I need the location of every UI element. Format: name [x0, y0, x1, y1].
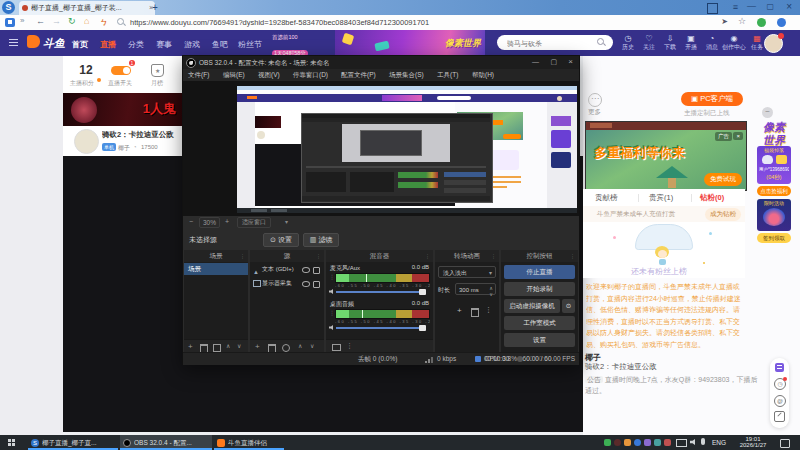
start-button[interactable]	[8, 439, 16, 447]
monthly-rank-label[interactable]: 月榜	[151, 79, 163, 88]
tab-vip[interactable]: 贵宾(1)	[649, 193, 673, 203]
favorite-icon[interactable]: ☆	[738, 16, 746, 26]
menu-scene-collection[interactable]: 场景集合(S)	[389, 71, 424, 80]
mixer-settings-icon[interactable]	[332, 344, 341, 351]
menu-docks[interactable]: 停靠窗口(D)	[293, 71, 328, 80]
transition-select[interactable]: 淡入淡出 ▾	[438, 266, 496, 278]
visibility-icon[interactable]	[302, 281, 310, 287]
taskbar-app-douyu-companion[interactable]: 斗鱼直播伴侣	[214, 435, 284, 450]
sogou-shortcut-icon[interactable]: ㄅ	[100, 17, 108, 28]
event-countdown-badge[interactable]: 首选前100 1天04时58分	[272, 34, 306, 52]
scene-item[interactable]: 场景	[184, 263, 248, 275]
layout-mode-icon[interactable]	[775, 363, 784, 372]
feedback-edit-icon[interactable]	[774, 411, 785, 422]
tab-diamond-fans[interactable]: 钻粉(0)	[700, 193, 724, 203]
tray-icon-6[interactable]	[654, 439, 661, 446]
tray-icon-1[interactable]	[604, 439, 611, 446]
refresh-icon[interactable]: ↻	[68, 16, 76, 26]
tab-contribution[interactable]: 贡献榜	[595, 193, 618, 203]
lock-icon[interactable]	[313, 267, 320, 274]
tray-icon-7[interactable]	[664, 439, 671, 446]
nav-fan-festival[interactable]: 粉丝节	[238, 39, 262, 50]
studio-mode-button[interactable]: 工作室模式	[504, 316, 575, 330]
source-add-icon[interactable]: +	[255, 342, 260, 351]
visibility-icon[interactable]	[302, 267, 310, 273]
source-settings-button[interactable]: ⊙ 设置	[263, 233, 299, 247]
menu-help[interactable]: 帮助(H)	[472, 71, 494, 80]
hamburger-icon[interactable]	[9, 39, 18, 46]
sogou-logo-icon[interactable]: S	[2, 1, 15, 14]
tray-icon-3[interactable]	[624, 439, 631, 446]
tray-icon-4[interactable]	[634, 439, 641, 446]
speaker-icon[interactable]	[329, 289, 333, 294]
language-indicator[interactable]: ENG	[712, 439, 726, 446]
pc-client-button[interactable]: ▣ PC客户端	[681, 92, 743, 106]
taskbar-app-obs[interactable]: OBS 32.0.4 - 配置...	[120, 435, 212, 450]
source-filters-button[interactable]: ▥ 滤镜	[303, 233, 339, 247]
header-action-history[interactable]: ◷历史	[617, 34, 639, 52]
signin-button[interactable]: 签到领取	[757, 233, 791, 243]
monitor-tray-icon[interactable]	[676, 439, 687, 447]
window-maximize-button[interactable]: ▢	[766, 2, 774, 11]
transition-add-icon[interactable]: +	[457, 306, 462, 315]
pixel-world-logo[interactable]: 像素 世界	[756, 120, 792, 146]
mic-tray-icon[interactable]	[701, 438, 705, 445]
back-icon[interactable]: ←	[36, 16, 45, 26]
header-action-creator-center[interactable]: ◉创作中心	[720, 34, 748, 52]
menu-tools[interactable]: 工具(T)	[437, 71, 458, 80]
lucky-drop-card[interactable]: 福袋掉落 用户*13968690... (04秒)	[757, 146, 791, 184]
monthly-rank-icon[interactable]: ★	[151, 64, 164, 77]
lock-icon[interactable]	[313, 281, 320, 288]
header-action-download[interactable]: ⇩下载	[659, 34, 681, 52]
window-minimize-button[interactable]: —	[747, 1, 756, 11]
duration-spinner[interactable]: 300 ms ∧ ∨	[455, 283, 496, 295]
forward-icon[interactable]: →	[52, 16, 61, 26]
preview-canvas[interactable]	[237, 86, 577, 213]
nav-live[interactable]: 直播	[100, 39, 116, 50]
menu-file[interactable]: 文件(F)	[188, 71, 209, 80]
obs-settings-button[interactable]: 设置	[504, 333, 575, 347]
nav-esports[interactable]: 赛事	[156, 39, 172, 50]
url-field[interactable]: https://www.douyu.com/7669491?dyshid=192…	[130, 18, 690, 27]
virtual-camera-button[interactable]: 启动虚拟摄像机	[504, 299, 560, 313]
more-label[interactable]: 更多	[588, 108, 601, 117]
promo-banner[interactable]: 1人鬼	[63, 93, 182, 126]
header-banner[interactable]: 像素世界	[335, 30, 485, 56]
scene-down-icon[interactable]: ∨	[237, 342, 241, 349]
volume-tray-icon[interactable]	[690, 439, 695, 445]
obs-minimize-button[interactable]: —	[532, 58, 539, 65]
header-action-follow[interactable]: ♡关注	[638, 34, 660, 52]
menu-profile[interactable]: 配置文件(P)	[341, 71, 376, 80]
mixer-more-icon[interactable]: ⋮	[346, 342, 353, 350]
transition-props-icon[interactable]: ⋮	[485, 306, 492, 314]
zoom-out-button[interactable]: −	[189, 218, 193, 225]
browser-menu-icon[interactable]: ≡	[733, 2, 738, 12]
grab-benefits-button[interactable]: 点击抢福利	[757, 186, 791, 196]
nav-yuba[interactable]: 鱼吧	[212, 39, 228, 50]
nav-category[interactable]: 分类	[128, 39, 144, 50]
ad-close-icon[interactable]: ×	[733, 132, 743, 140]
scene-up-icon[interactable]: ∧	[226, 342, 230, 349]
taskbar-app-browser[interactable]: S 椰子直播_椰子直...	[28, 435, 118, 450]
account-sync-icon[interactable]	[777, 18, 786, 27]
source-properties-icon[interactable]	[282, 344, 290, 352]
zoom-in-button[interactable]: +	[225, 218, 229, 225]
more-icon[interactable]: ⋯	[588, 93, 602, 107]
source-row-text[interactable]: ▲ 文本 (GDI+)	[250, 263, 324, 276]
live-toggle[interactable]	[111, 66, 131, 75]
browser-tab[interactable]: 椰子直播_椰子直播_椰子装... ×	[19, 1, 155, 15]
tab-list-icon[interactable]: »	[20, 16, 24, 25]
menu-edit[interactable]: 编辑(E)	[223, 71, 245, 80]
mixer-ch2-slider[interactable]	[336, 327, 426, 329]
obs-maximize-button[interactable]: ▢	[550, 58, 557, 66]
clock[interactable]: 19:01 2026/1/27	[735, 436, 771, 448]
search-input[interactable]	[505, 37, 597, 50]
start-recording-button[interactable]: 开始录制	[504, 282, 575, 296]
douyu-logo-text[interactable]: 斗鱼	[43, 36, 65, 51]
window-close-button[interactable]: ×	[786, 1, 792, 12]
zoom-fit-button[interactable]: 适应窗口	[237, 217, 271, 228]
share-icon[interactable]: ➤	[721, 17, 728, 26]
nav-home[interactable]: 首页	[72, 39, 88, 50]
obs-close-button[interactable]: ×	[568, 57, 573, 66]
transition-remove-icon[interactable]	[471, 308, 479, 317]
